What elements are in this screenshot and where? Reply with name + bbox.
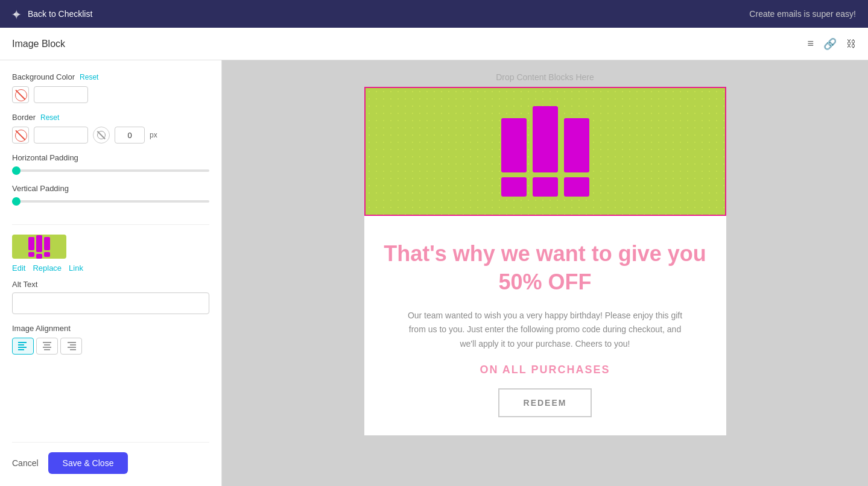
vertical-slider-track: [12, 200, 209, 203]
border-label: Border Reset: [12, 113, 209, 122]
left-panel: Background Color Reset Border Reset: [0, 60, 222, 486]
image-preview: [12, 235, 66, 259]
app-logo-icon: ✦: [11, 7, 22, 23]
svg-rect-11: [70, 349, 76, 350]
vertical-padding-slider[interactable]: [12, 198, 209, 205]
nav-right-text: Create emails is super easy!: [749, 9, 856, 19]
border-style-icon[interactable]: [93, 127, 110, 144]
svg-rect-2: [18, 347, 27, 348]
unlink-icon[interactable]: ⛓: [846, 39, 856, 49]
background-color-row: [12, 86, 209, 103]
email-image-placeholder: [483, 88, 607, 215]
align-center-icon: [42, 342, 52, 350]
replace-image-link[interactable]: Replace: [33, 264, 62, 273]
horizontal-padding-section: Horizontal Padding: [12, 153, 209, 174]
link-icon[interactable]: 🔗: [823, 37, 837, 51]
svg-rect-1: [18, 344, 24, 346]
redeem-button[interactable]: REDEEM: [498, 388, 592, 417]
svg-rect-10: [68, 347, 76, 348]
background-color-label: Background Color Reset: [12, 72, 209, 81]
cancel-button[interactable]: Cancel: [12, 453, 39, 473]
email-body: That's why we want to give you 50% OFF O…: [364, 216, 726, 435]
alt-text-section: Alt Text: [12, 280, 209, 314]
svg-rect-9: [70, 344, 76, 346]
drop-hint: Drop Content Blocks Here: [496, 72, 594, 82]
panel-footer: Cancel Save & Close: [12, 442, 209, 474]
back-button[interactable]: ← Back to Checklist: [12, 8, 92, 19]
border-section: Border Reset 0 px: [12, 113, 209, 144]
canvas-area[interactable]: Drop Content Blocks Here: [222, 60, 868, 486]
email-body-text: Our team wanted to wish you a very happy…: [401, 309, 690, 352]
horizontal-slider-track: [12, 169, 209, 172]
svg-rect-5: [44, 344, 50, 346]
horizontal-padding-label: Horizontal Padding: [12, 153, 209, 162]
svg-rect-3: [18, 349, 24, 350]
alt-text-label: Alt Text: [12, 280, 209, 289]
edit-image-link[interactable]: Edit: [12, 264, 25, 273]
menu-icon[interactable]: ≡: [807, 37, 814, 50]
align-left-icon: [18, 342, 28, 350]
vertical-padding-label: Vertical Padding: [12, 184, 209, 193]
svg-rect-0: [18, 342, 27, 343]
save-close-button[interactable]: Save & Close: [48, 452, 128, 474]
divider-1: [12, 224, 209, 225]
horizontal-padding-slider[interactable]: [12, 167, 209, 174]
image-alignment-section: Image Alignment: [12, 324, 209, 355]
alt-text-input[interactable]: [12, 292, 209, 314]
horizontal-slider-thumb[interactable]: [12, 166, 21, 175]
no-color-icon: [15, 89, 26, 100]
svg-rect-8: [68, 342, 76, 343]
email-image-block[interactable]: [364, 87, 726, 216]
panel-title: Image Block: [12, 39, 795, 49]
toolbar: Image Block ≡ 🔗 ⛓: [0, 28, 868, 60]
link-image-link[interactable]: Link: [69, 264, 83, 273]
svg-rect-6: [43, 347, 51, 348]
align-right-icon: [66, 342, 76, 350]
vertical-slider-thumb[interactable]: [12, 197, 21, 206]
align-right-button[interactable]: [60, 338, 82, 355]
border-no-color-button[interactable]: [12, 127, 29, 144]
background-color-reset[interactable]: Reset: [80, 73, 98, 81]
top-nav: ← Back to Checklist ✦ Create emails is s…: [0, 0, 868, 28]
border-reset[interactable]: Reset: [40, 113, 59, 122]
email-subheading: ON ALL PURCHASES: [382, 364, 708, 376]
alignment-buttons: [12, 338, 209, 355]
email-container: That's why we want to give you 50% OFF O…: [364, 87, 726, 435]
toolbar-icons: ≡ 🔗 ⛓: [807, 37, 856, 51]
border-no-color-icon: [15, 130, 26, 140]
border-px-input[interactable]: 0: [115, 127, 145, 144]
image-preview-inner: [28, 235, 50, 259]
image-actions: Edit Replace Link: [12, 264, 209, 273]
main-layout: Background Color Reset Border Reset: [0, 60, 868, 486]
svg-rect-7: [44, 349, 50, 350]
svg-rect-4: [43, 342, 51, 343]
vertical-padding-section: Vertical Padding: [12, 184, 209, 205]
background-color-swatch[interactable]: [34, 86, 88, 103]
image-preview-container: Edit Replace Link: [12, 235, 209, 273]
email-headline: That's why we want to give you 50% OFF: [382, 240, 708, 297]
align-center-button[interactable]: [36, 338, 58, 355]
border-color-swatch[interactable]: [34, 127, 88, 144]
no-color-button[interactable]: [12, 86, 29, 103]
border-px-unit: px: [150, 131, 157, 139]
image-alignment-label: Image Alignment: [12, 324, 209, 333]
border-row: 0 px: [12, 127, 209, 144]
background-color-section: Background Color Reset: [12, 72, 209, 103]
align-left-button[interactable]: [12, 338, 34, 355]
back-label: Back to Checklist: [28, 9, 92, 19]
